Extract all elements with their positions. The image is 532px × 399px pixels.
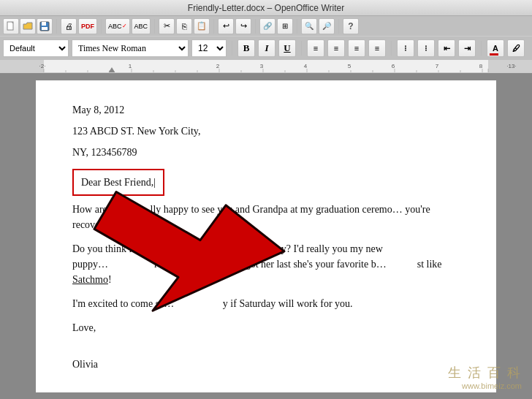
spellcheck-button[interactable]: ABC✓ xyxy=(105,18,130,34)
signature: Olivia xyxy=(72,357,460,372)
align-right-button[interactable]: ≡ xyxy=(348,39,365,57)
toolbar-row2: Default Times New Roman 12 B I U ≡ ≡ ≡ ≡… xyxy=(0,37,532,60)
ruler: ·2· 1 2 3 4 5 6 7 8 ·13· xyxy=(0,60,532,73)
pdf-button[interactable]: PDF xyxy=(78,18,97,34)
zoom-in-button[interactable]: 🔎 xyxy=(319,18,335,34)
font-color-button[interactable]: A xyxy=(487,39,504,57)
svg-rect-2 xyxy=(42,22,46,26)
svg-text:5: 5 xyxy=(348,63,352,69)
greeting-text: Dear Best Friend,| xyxy=(81,177,156,188)
autocorrect-button[interactable]: ABC xyxy=(132,18,151,34)
sep8 xyxy=(232,41,232,56)
svg-text:6: 6 xyxy=(392,63,395,69)
open-button[interactable] xyxy=(20,18,36,34)
align-justify-button[interactable]: ≡ xyxy=(368,39,386,57)
sep3 xyxy=(154,19,155,34)
font-size-select[interactable]: 12 xyxy=(191,39,227,57)
copy-button[interactable]: ⎘ xyxy=(176,18,192,34)
highlight-button[interactable]: 🖊 xyxy=(507,39,525,57)
paragraph2: Do you think it w… bit you on Saturday? … xyxy=(72,241,460,287)
sep6 xyxy=(297,19,297,34)
sep7 xyxy=(338,19,339,34)
align-center-button[interactable]: ≡ xyxy=(327,39,345,57)
print-button[interactable]: 🖨 xyxy=(61,18,77,34)
date-line: May 8, 2012 xyxy=(72,102,460,118)
svg-text:·2·: ·2· xyxy=(39,63,46,69)
svg-text:2: 2 xyxy=(216,63,220,69)
paragraph3: I'm excited to come se… y if Saturday wi… xyxy=(72,296,460,311)
toolbar-row1: 🖨 PDF ABC✓ ABC ✂ ⎘ 📋 ↩ ↪ 🔗 ⊞ 🔍 🔎 ? xyxy=(0,16,532,37)
letter-content: May 8, 2012 123 ABCD ST. New York City, … xyxy=(72,102,460,372)
sep4 xyxy=(213,19,214,34)
new-button[interactable] xyxy=(3,18,19,34)
underline-button[interactable]: U xyxy=(278,39,296,57)
svg-text:7: 7 xyxy=(436,63,439,69)
indent-more-button[interactable]: ⇥ xyxy=(458,39,476,57)
closing: Love, xyxy=(72,320,460,335)
zoom-out-button[interactable]: 🔍 xyxy=(301,18,317,34)
font-name-select[interactable]: Times New Roman xyxy=(72,39,189,57)
hyperlink-button[interactable]: 🔗 xyxy=(259,18,276,34)
paragraph-style-select[interactable]: Default xyxy=(3,39,69,57)
bold-button[interactable]: B xyxy=(238,39,255,57)
title-text: Friendly-Letter.docx – OpenOffice Writer xyxy=(188,3,344,13)
indent-less-button[interactable]: ⇤ xyxy=(438,39,455,57)
address-line2: NY, 123456789 xyxy=(72,145,460,160)
save-button[interactable] xyxy=(37,18,53,34)
svg-rect-3 xyxy=(42,27,48,30)
paragraph1: How are you? lly happy to see you and Gr… xyxy=(72,202,460,232)
greeting-box: Dear Best Friend,| xyxy=(72,169,164,196)
table-button[interactable]: ⊞ xyxy=(277,18,293,34)
svg-text:4: 4 xyxy=(304,63,308,69)
svg-rect-5 xyxy=(0,60,44,73)
paste-button[interactable]: 📋 xyxy=(194,18,210,34)
svg-text:·13·: ·13· xyxy=(506,63,516,69)
list-bullet-button[interactable]: ⁝ xyxy=(397,39,414,57)
svg-text:1: 1 xyxy=(129,63,132,69)
sep5 xyxy=(255,19,256,34)
document-area: May 8, 2012 123 ABCD ST. New York City, … xyxy=(0,73,532,399)
sep11 xyxy=(481,41,482,56)
address-line1: 123 ABCD ST. New York City, xyxy=(72,123,460,139)
redo-button[interactable]: ↪ xyxy=(235,18,251,34)
sep10 xyxy=(391,41,392,56)
page: May 8, 2012 123 ABCD ST. New York City, … xyxy=(36,80,496,392)
align-left-button[interactable]: ≡ xyxy=(307,39,324,57)
cut-button[interactable]: ✂ xyxy=(159,18,175,34)
undo-button[interactable]: ↩ xyxy=(218,18,234,34)
list-number-button[interactable]: ⁝ xyxy=(417,39,435,57)
italic-button[interactable]: I xyxy=(258,39,276,57)
svg-text:3: 3 xyxy=(260,63,264,69)
svg-text:8: 8 xyxy=(479,63,483,69)
title-bar: Friendly-Letter.docx – OpenOffice Writer xyxy=(0,0,532,16)
svg-rect-0 xyxy=(7,22,13,30)
sep9 xyxy=(301,41,302,56)
sep2 xyxy=(101,19,102,34)
svg-rect-4 xyxy=(0,60,532,73)
help-button[interactable]: ? xyxy=(343,18,359,34)
sep1 xyxy=(56,19,57,34)
